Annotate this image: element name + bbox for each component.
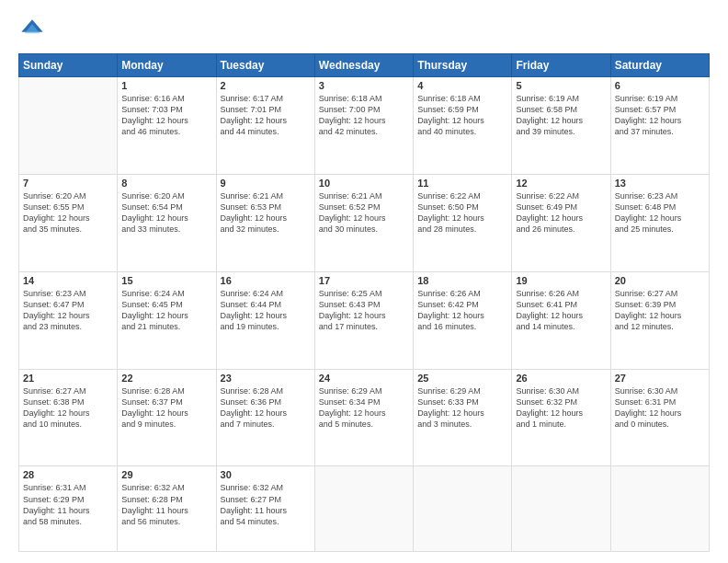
day-number: 8: [121, 178, 211, 189]
calendar-cell: 13Sunrise: 6:23 AM Sunset: 6:48 PM Dayli…: [610, 174, 709, 271]
calendar-cell: [414, 466, 512, 552]
day-info: Sunrise: 6:32 AM Sunset: 6:27 PM Dayligh…: [221, 482, 311, 527]
day-number: 19: [516, 275, 606, 286]
day-info: Sunrise: 6:26 AM Sunset: 6:41 PM Dayligh…: [516, 288, 606, 333]
calendar-cell: 15Sunrise: 6:24 AM Sunset: 6:45 PM Dayli…: [118, 271, 216, 369]
calendar-cell: 4Sunrise: 6:18 AM Sunset: 6:59 PM Daylig…: [414, 77, 512, 175]
calendar-cell: 10Sunrise: 6:21 AM Sunset: 6:52 PM Dayli…: [314, 174, 413, 271]
day-number: 2: [221, 80, 311, 91]
day-number: 25: [417, 373, 507, 384]
day-number: 7: [23, 178, 113, 189]
day-info: Sunrise: 6:25 AM Sunset: 6:43 PM Dayligh…: [319, 288, 409, 333]
calendar-cell: 5Sunrise: 6:19 AM Sunset: 6:58 PM Daylig…: [512, 77, 610, 175]
day-number: 9: [221, 178, 311, 189]
calendar-cell: 28Sunrise: 6:31 AM Sunset: 6:29 PM Dayli…: [19, 466, 118, 552]
calendar-cell: 19Sunrise: 6:26 AM Sunset: 6:41 PM Dayli…: [512, 271, 610, 369]
day-number: 6: [615, 80, 705, 91]
day-info: Sunrise: 6:24 AM Sunset: 6:44 PM Dayligh…: [221, 288, 311, 333]
week-row-5: 28Sunrise: 6:31 AM Sunset: 6:29 PM Dayli…: [19, 466, 710, 552]
day-number: 28: [23, 469, 113, 480]
weekday-header-monday: Monday: [118, 54, 216, 77]
day-number: 12: [516, 178, 606, 189]
day-number: 17: [319, 275, 409, 286]
day-info: Sunrise: 6:23 AM Sunset: 6:47 PM Dayligh…: [23, 288, 113, 333]
day-number: 18: [417, 275, 507, 286]
week-row-1: 1Sunrise: 6:16 AM Sunset: 7:03 PM Daylig…: [19, 77, 710, 175]
calendar-cell: 11Sunrise: 6:22 AM Sunset: 6:50 PM Dayli…: [414, 174, 512, 271]
day-info: Sunrise: 6:30 AM Sunset: 6:32 PM Dayligh…: [516, 385, 606, 431]
day-info: Sunrise: 6:18 AM Sunset: 7:00 PM Dayligh…: [319, 93, 409, 138]
day-info: Sunrise: 6:20 AM Sunset: 6:54 PM Dayligh…: [121, 190, 211, 236]
day-number: 20: [615, 275, 705, 286]
day-info: Sunrise: 6:21 AM Sunset: 6:53 PM Dayligh…: [221, 190, 311, 236]
day-info: Sunrise: 6:17 AM Sunset: 7:01 PM Dayligh…: [221, 93, 311, 138]
calendar-cell: 25Sunrise: 6:29 AM Sunset: 6:33 PM Dayli…: [414, 369, 512, 466]
day-info: Sunrise: 6:24 AM Sunset: 6:45 PM Dayligh…: [121, 288, 211, 333]
day-info: Sunrise: 6:19 AM Sunset: 6:57 PM Dayligh…: [615, 93, 705, 138]
day-number: 30: [221, 469, 311, 480]
calendar-cell: 26Sunrise: 6:30 AM Sunset: 6:32 PM Dayli…: [512, 369, 610, 466]
week-row-4: 21Sunrise: 6:27 AM Sunset: 6:38 PM Dayli…: [19, 369, 710, 466]
calendar-cell: [610, 466, 709, 552]
calendar-cell: 24Sunrise: 6:29 AM Sunset: 6:34 PM Dayli…: [314, 369, 413, 466]
weekday-header-sunday: Sunday: [19, 54, 118, 77]
calendar-cell: 14Sunrise: 6:23 AM Sunset: 6:47 PM Dayli…: [19, 271, 118, 369]
page: SundayMondayTuesdayWednesdayThursdayFrid…: [0, 0, 728, 563]
calendar-cell: [314, 466, 413, 552]
calendar-cell: 8Sunrise: 6:20 AM Sunset: 6:54 PM Daylig…: [118, 174, 216, 271]
weekday-header-row: SundayMondayTuesdayWednesdayThursdayFrid…: [19, 54, 710, 77]
day-number: 22: [121, 373, 211, 384]
day-number: 5: [516, 80, 606, 91]
calendar-cell: 7Sunrise: 6:20 AM Sunset: 6:55 PM Daylig…: [19, 174, 118, 271]
day-info: Sunrise: 6:22 AM Sunset: 6:49 PM Dayligh…: [516, 190, 606, 236]
day-info: Sunrise: 6:29 AM Sunset: 6:34 PM Dayligh…: [319, 385, 409, 431]
day-info: Sunrise: 6:28 AM Sunset: 6:37 PM Dayligh…: [121, 385, 211, 431]
day-info: Sunrise: 6:31 AM Sunset: 6:29 PM Dayligh…: [23, 482, 113, 527]
weekday-header-wednesday: Wednesday: [314, 54, 413, 77]
day-number: 3: [319, 80, 409, 91]
day-number: 29: [121, 469, 211, 480]
day-number: 24: [319, 373, 409, 384]
calendar-cell: 22Sunrise: 6:28 AM Sunset: 6:37 PM Dayli…: [118, 369, 216, 466]
calendar-cell: [512, 466, 610, 552]
logo: [18, 17, 50, 44]
calendar-cell: 3Sunrise: 6:18 AM Sunset: 7:00 PM Daylig…: [314, 77, 413, 175]
calendar-cell: 29Sunrise: 6:32 AM Sunset: 6:28 PM Dayli…: [118, 466, 216, 552]
day-info: Sunrise: 6:27 AM Sunset: 6:39 PM Dayligh…: [615, 288, 705, 333]
logo-icon: [18, 17, 46, 44]
day-number: 11: [417, 178, 507, 189]
calendar-cell: 20Sunrise: 6:27 AM Sunset: 6:39 PM Dayli…: [610, 271, 709, 369]
day-info: Sunrise: 6:23 AM Sunset: 6:48 PM Dayligh…: [615, 190, 705, 236]
day-number: 26: [516, 373, 606, 384]
day-info: Sunrise: 6:26 AM Sunset: 6:42 PM Dayligh…: [417, 288, 507, 333]
day-number: 21: [23, 373, 113, 384]
day-number: 1: [121, 80, 211, 91]
day-info: Sunrise: 6:19 AM Sunset: 6:58 PM Dayligh…: [516, 93, 606, 138]
day-info: Sunrise: 6:29 AM Sunset: 6:33 PM Dayligh…: [417, 385, 507, 431]
calendar-cell: 6Sunrise: 6:19 AM Sunset: 6:57 PM Daylig…: [610, 77, 709, 175]
day-number: 15: [121, 275, 211, 286]
weekday-header-friday: Friday: [512, 54, 610, 77]
day-number: 13: [615, 178, 705, 189]
weekday-header-saturday: Saturday: [610, 54, 709, 77]
day-number: 27: [615, 373, 705, 384]
day-number: 16: [221, 275, 311, 286]
day-info: Sunrise: 6:22 AM Sunset: 6:50 PM Dayligh…: [417, 190, 507, 236]
day-info: Sunrise: 6:16 AM Sunset: 7:03 PM Dayligh…: [121, 93, 211, 138]
day-info: Sunrise: 6:28 AM Sunset: 6:36 PM Dayligh…: [221, 385, 311, 431]
calendar-cell: 30Sunrise: 6:32 AM Sunset: 6:27 PM Dayli…: [216, 466, 314, 552]
week-row-2: 7Sunrise: 6:20 AM Sunset: 6:55 PM Daylig…: [19, 174, 710, 271]
calendar-cell: 16Sunrise: 6:24 AM Sunset: 6:44 PM Dayli…: [216, 271, 314, 369]
calendar-cell: 23Sunrise: 6:28 AM Sunset: 6:36 PM Dayli…: [216, 369, 314, 466]
day-info: Sunrise: 6:20 AM Sunset: 6:55 PM Dayligh…: [23, 190, 113, 236]
day-number: 10: [319, 178, 409, 189]
day-info: Sunrise: 6:32 AM Sunset: 6:28 PM Dayligh…: [121, 482, 211, 527]
calendar-cell: 2Sunrise: 6:17 AM Sunset: 7:01 PM Daylig…: [216, 77, 314, 175]
calendar-table: SundayMondayTuesdayWednesdayThursdayFrid…: [18, 53, 710, 552]
day-info: Sunrise: 6:21 AM Sunset: 6:52 PM Dayligh…: [319, 190, 409, 236]
day-info: Sunrise: 6:27 AM Sunset: 6:38 PM Dayligh…: [23, 385, 113, 431]
calendar-cell: 18Sunrise: 6:26 AM Sunset: 6:42 PM Dayli…: [414, 271, 512, 369]
calendar-cell: 9Sunrise: 6:21 AM Sunset: 6:53 PM Daylig…: [216, 174, 314, 271]
day-number: 14: [23, 275, 113, 286]
calendar-cell: 17Sunrise: 6:25 AM Sunset: 6:43 PM Dayli…: [314, 271, 413, 369]
